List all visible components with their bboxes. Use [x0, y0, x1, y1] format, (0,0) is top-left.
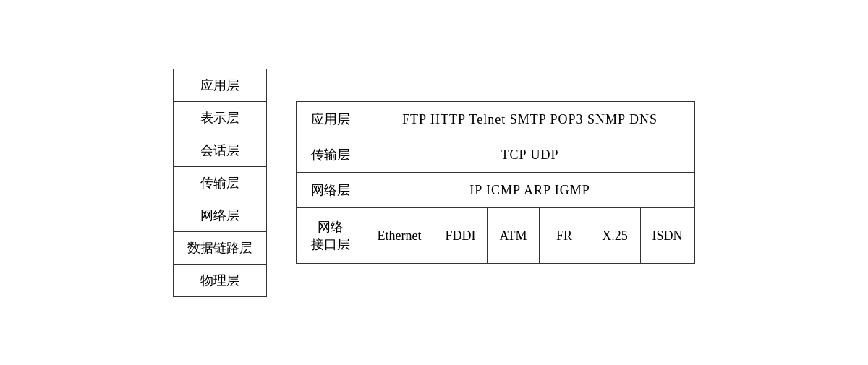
- osi-layer-label: 传输层: [174, 166, 267, 199]
- tcpip-protocols: IP ICMP ARP IGMP: [365, 173, 694, 208]
- tcpip-layer-label: 应用层: [297, 102, 365, 137]
- tcpip-network-interface-label: 网络 接口层: [297, 208, 365, 264]
- osi-layer-label: 应用层: [174, 69, 267, 101]
- osi-model-table: 应用层表示层会话层传输层网络层数据链路层物理层: [173, 69, 267, 297]
- tcpip-protocols: TCP UDP: [365, 137, 694, 173]
- osi-layer-row: 会话层: [174, 134, 267, 166]
- osi-layer-label: 数据链路层: [174, 231, 267, 264]
- osi-layer-row: 数据链路层: [174, 231, 267, 264]
- osi-layer-row: 传输层: [174, 166, 267, 199]
- osi-layer-row: 物理层: [174, 264, 267, 296]
- osi-layer-label: 会话层: [174, 134, 267, 166]
- osi-layer-row: 表示层: [174, 101, 267, 134]
- tcpip-layer-row: 传输层TCP UDP: [297, 137, 694, 173]
- tcpip-model-table: 应用层FTP HTTP Telnet SMTP POP3 SNMP DNS传输层…: [296, 101, 694, 264]
- osi-layer-row: 网络层: [174, 199, 267, 231]
- tcpip-network-interface-protocol: ISDN: [640, 208, 694, 264]
- tcpip-network-interface-protocol: X.25: [590, 208, 640, 264]
- tcpip-network-interface-protocol: Ethernet: [365, 208, 433, 264]
- tcpip-layer-row: 应用层FTP HTTP Telnet SMTP POP3 SNMP DNS: [297, 102, 694, 137]
- tcpip-network-interface-protocol: FR: [539, 208, 590, 264]
- tcpip-layer-label: 传输层: [297, 137, 365, 173]
- tcpip-protocols: FTP HTTP Telnet SMTP POP3 SNMP DNS: [365, 102, 694, 137]
- osi-layer-label: 网络层: [174, 199, 267, 231]
- tcpip-network-interface-protocol: ATM: [488, 208, 539, 264]
- tcpip-network-interface-protocol: FDDI: [433, 208, 488, 264]
- tcpip-layer-label: 网络层: [297, 173, 365, 208]
- osi-layer-label: 物理层: [174, 264, 267, 296]
- tcpip-network-interface-row: 网络 接口层EthernetFDDIATMFRX.25ISDN: [297, 208, 694, 264]
- osi-layer-label: 表示层: [174, 101, 267, 134]
- page-container: 应用层表示层会话层传输层网络层数据链路层物理层 应用层FTP HTTP Teln…: [144, 54, 723, 312]
- tcpip-layer-row: 网络层IP ICMP ARP IGMP: [297, 173, 694, 208]
- osi-layer-row: 应用层: [174, 69, 267, 101]
